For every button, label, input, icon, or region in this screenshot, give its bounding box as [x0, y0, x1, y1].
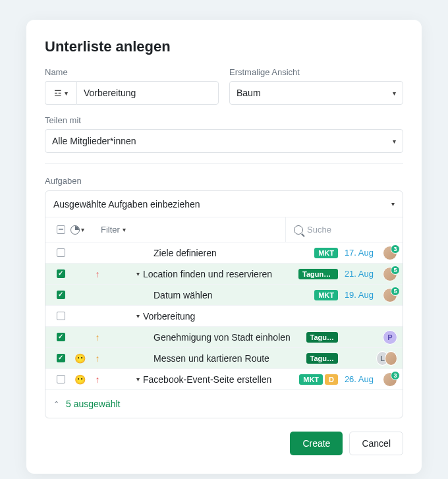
caret-down-icon: ▾	[391, 200, 395, 208]
avatar: P	[383, 330, 397, 345]
task-title: Location finden und reservieren	[143, 269, 298, 279]
task-tag: Tagu…	[306, 332, 338, 343]
task-date: 21. Aug	[338, 269, 374, 279]
assignee-count-badge: 3	[391, 371, 400, 380]
task-tag: D	[325, 374, 338, 385]
task-tag: Tagu…	[306, 353, 338, 364]
task-checkbox[interactable]	[57, 375, 65, 383]
task-row[interactable]: Ziele definierenMKT17. Aug3	[45, 242, 403, 264]
task-title: Vorbereitung	[143, 311, 338, 322]
task-row[interactable]: 😶↑Messen und kartieren RouteTagu…L	[45, 348, 403, 369]
caret-down-icon: ▾	[393, 90, 396, 97]
caret-down-icon: ▾	[123, 226, 126, 233]
task-checkbox[interactable]	[57, 312, 65, 320]
create-sublist-modal: Unterliste anlegen Name ☲ ▾ Erstmalige A…	[26, 20, 422, 474]
list-icon-picker[interactable]: ☲ ▾	[45, 81, 76, 105]
task-mode-select[interactable]: Ausgewählte Aufgaben einbeziehen ▾	[45, 191, 403, 217]
caret-down-icon: ▾	[65, 90, 68, 97]
selection-count: 5 ausgewählt	[66, 399, 121, 409]
share-select[interactable]: Alle Mitglieder*innen ▾	[45, 129, 403, 153]
task-checkbox[interactable]	[57, 248, 65, 257]
chevron-up-icon: ⌃	[53, 400, 59, 409]
view-select[interactable]: Baum ▾	[229, 81, 403, 105]
task-row[interactable]: 😶↑▾Facebook-Event-Seite erstellenMKTD26.…	[45, 369, 403, 390]
assignee-avatars: 3	[374, 372, 397, 387]
priority-icon: ↑	[89, 269, 106, 279]
modal-footer: Create Cancel	[45, 432, 403, 455]
list-icon: ☲	[54, 88, 62, 98]
task-tag: MKT	[314, 290, 338, 300]
assignee-count-badge: 5	[391, 266, 400, 275]
view-label: Erstmalige Ansicht	[229, 67, 403, 77]
name-input[interactable]	[76, 81, 219, 105]
share-field: Teilen mit Alle Mitglieder*innen ▾	[45, 115, 403, 153]
task-row[interactable]: ↑Genehmigung von Stadt einholenTagu…P	[45, 327, 403, 348]
task-date: 17. Aug	[338, 248, 374, 258]
task-checkbox[interactable]	[57, 269, 65, 278]
task-panel: Ausgewählte Aufgaben einbeziehen ▾ ▾ Fil…	[45, 190, 403, 418]
task-title: Genehmigung von Stadt einholen	[154, 332, 306, 343]
task-row[interactable]: ↑▾Location finden und reservierenTagung……	[45, 264, 403, 285]
task-checkbox[interactable]	[57, 354, 65, 362]
task-tag: MKT	[314, 248, 338, 258]
priority-icon: ↑	[89, 332, 106, 343]
task-title: Ziele definieren	[154, 248, 314, 258]
task-row[interactable]: Datum wählenMKT19. Aug5	[45, 285, 403, 306]
status-icon: 😶	[70, 353, 89, 364]
assignee-count-badge: 5	[391, 287, 400, 296]
view-value: Baum	[237, 88, 261, 98]
priority-icon: ↑	[89, 374, 106, 385]
name-label: Name	[45, 67, 219, 77]
task-list-header: ▾ Filter ▾ Suche	[45, 217, 403, 242]
share-label: Teilen mit	[45, 115, 403, 125]
assignee-avatars: 5	[374, 288, 397, 302]
task-row[interactable]: ▾Vorbereitung	[45, 306, 403, 327]
caret-down-icon: ▾	[81, 226, 84, 233]
select-all-checkbox[interactable]	[57, 225, 65, 234]
task-tag: MKT	[299, 374, 323, 385]
expand-toggle[interactable]: ▾	[132, 312, 143, 320]
name-field: Name ☲ ▾	[45, 67, 219, 105]
search-input[interactable]: Suche	[285, 217, 397, 242]
task-mode-value: Ausgewählte Aufgaben einbeziehen	[53, 199, 200, 210]
assignee-avatars: L	[374, 351, 397, 366]
priority-icon: ↑	[89, 353, 106, 364]
initial-view-field: Erstmalige Ansicht Baum ▾	[229, 67, 403, 105]
pie-icon	[70, 225, 80, 235]
filter-button[interactable]: Filter ▾	[97, 225, 126, 235]
status-icon: 😶	[70, 374, 89, 385]
create-button[interactable]: Create	[290, 432, 343, 455]
task-title: Messen und kartieren Route	[154, 353, 306, 364]
expand-toggle[interactable]: ▾	[132, 376, 143, 383]
assignee-count-badge: 3	[391, 244, 400, 254]
task-checkbox[interactable]	[57, 333, 65, 341]
status-column-header[interactable]: ▾	[70, 225, 97, 235]
task-title: Facebook-Event-Seite erstellen	[143, 374, 299, 385]
assignee-avatars: 5	[374, 267, 397, 281]
assignee-avatars: P	[374, 330, 397, 345]
task-list: Ziele definierenMKT17. Aug3↑▾Location fi…	[45, 242, 403, 390]
assignee-avatars: 3	[374, 246, 397, 260]
task-checkbox[interactable]	[57, 291, 65, 299]
caret-down-icon: ▾	[393, 138, 396, 145]
task-tag: Tagung…	[298, 269, 338, 279]
share-value: Alle Mitglieder*innen	[52, 136, 136, 146]
avatar	[385, 351, 397, 366]
task-title: Datum wählen	[154, 290, 314, 300]
task-date: 26. Aug	[338, 374, 374, 384]
cancel-button[interactable]: Cancel	[349, 432, 403, 455]
selection-summary-bar[interactable]: ⌃ 5 ausgewählt	[45, 390, 403, 418]
tasks-label: Aufgaben	[45, 176, 82, 186]
modal-title: Unterliste anlegen	[45, 38, 403, 55]
expand-toggle[interactable]: ▾	[132, 270, 143, 277]
divider	[45, 163, 403, 164]
search-icon	[294, 225, 303, 235]
task-date: 19. Aug	[338, 290, 374, 300]
